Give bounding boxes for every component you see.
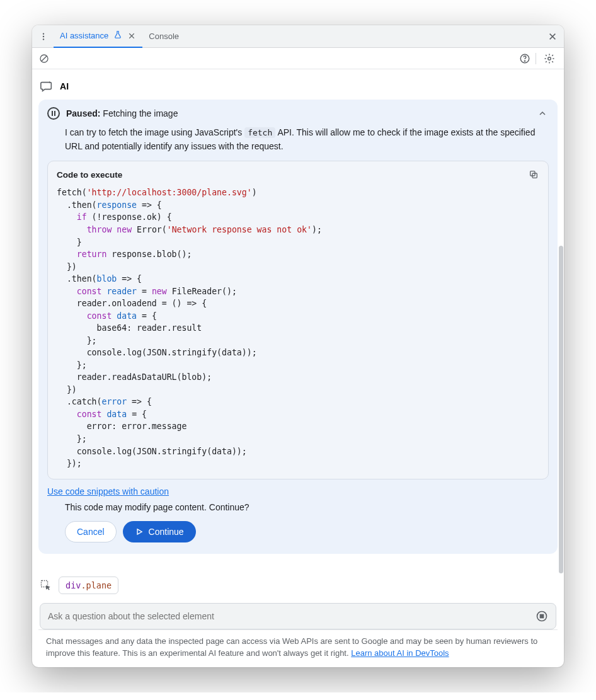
copy-icon[interactable] [527,168,541,181]
svg-point-1 [43,35,44,37]
ai-label: AI [60,81,69,91]
clear-icon[interactable] [38,53,50,64]
svg-point-5 [524,60,525,61]
svg-point-2 [43,38,44,40]
code-content: fetch('http://localhost:3000/plane.svg')… [48,185,548,478]
code-title: Code to execute [57,170,122,180]
status-text: Paused: Fetching the image [66,108,178,118]
svg-point-6 [548,57,551,60]
tab-console[interactable]: Console [142,25,185,48]
flask-icon [113,30,122,41]
ai-header: AI [38,76,558,100]
sparkle-chat-icon [40,79,54,93]
devtools-panel: AI assistance Console [32,25,564,667]
stop-icon[interactable] [536,610,548,623]
element-picker-icon[interactable] [40,579,52,592]
footer-note: Chat messages and any data the inspected… [38,629,558,667]
divider [536,53,536,64]
caution-link[interactable]: Use code snippets with caution [47,486,169,496]
scrollbar[interactable] [559,246,563,573]
tab-bar: AI assistance Console [32,25,564,48]
toolbar [32,48,564,69]
tab-label: AI assistance [60,31,108,40]
caution-link-row: Use code snippets with caution [47,486,549,497]
svg-rect-11 [541,614,544,617]
tab-label: Console [149,32,179,41]
close-panel-icon[interactable] [545,29,560,44]
gear-icon[interactable] [541,50,558,67]
code-block: Code to execute fetch('http://localhost:… [47,161,549,479]
help-icon[interactable] [517,50,533,67]
confirm-text: This code may modify page content. Conti… [38,497,558,512]
ask-input-row [40,603,556,629]
content-area: AI Paused: Fetching the image I can try … [32,69,564,667]
action-row: Cancel Continue [38,512,558,554]
close-tab-icon[interactable] [127,32,136,40]
paused-card: Paused: Fetching the image I can try to … [38,100,558,554]
card-description: I can try to fetch the image using JavaS… [38,123,558,161]
continue-button[interactable]: Continue [123,521,196,542]
kebab-menu-icon[interactable] [36,29,51,44]
svg-point-0 [43,33,44,34]
selector-row: div.plane [38,554,558,600]
chevron-up-icon[interactable] [536,107,549,120]
pause-icon [47,107,60,120]
learn-link[interactable]: Learn about AI in DevTools [351,648,449,658]
card-header: Paused: Fetching the image [38,100,558,123]
element-chip[interactable]: div.plane [59,577,118,594]
cancel-button[interactable]: Cancel [65,521,117,542]
play-icon [135,527,144,536]
ask-input[interactable] [48,611,536,621]
tab-ai-assistance[interactable]: AI assistance [54,25,142,48]
